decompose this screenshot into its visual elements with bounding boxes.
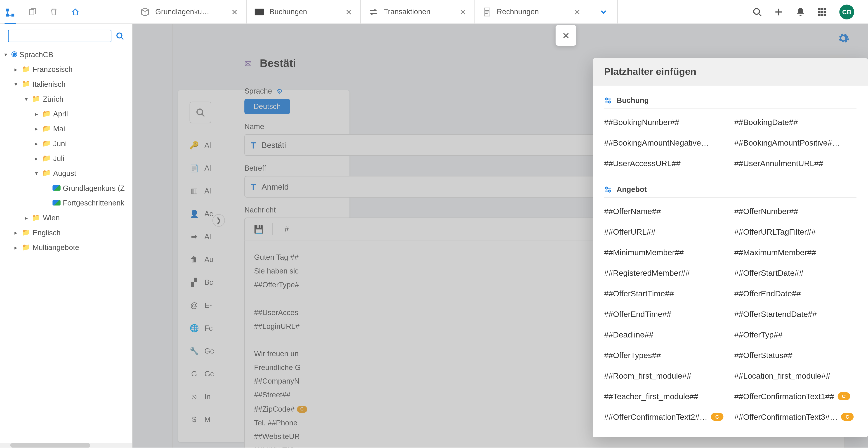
chevron-right-icon[interactable]: ▸ bbox=[33, 140, 40, 147]
search-icon[interactable] bbox=[752, 7, 762, 16]
course-icon bbox=[53, 185, 60, 191]
sidebar-scrollbar[interactable] bbox=[0, 443, 132, 448]
chevron-right-icon[interactable]: ▸ bbox=[33, 125, 40, 132]
placeholder-item[interactable]: ##UserAnnulmentURL## bbox=[734, 154, 857, 172]
home-icon[interactable] bbox=[70, 6, 81, 18]
tree-root[interactable]: ▾ SprachCB bbox=[2, 47, 129, 62]
folder-icon: 📁 bbox=[42, 109, 51, 118]
badge-icon: C bbox=[837, 392, 850, 400]
tree-label: Grundlagenkurs (Z bbox=[63, 184, 125, 192]
tab-buchungen[interactable]: Buchungen ✕ bbox=[247, 0, 361, 24]
placeholder-item[interactable]: ##Teacher_first_module## bbox=[604, 387, 726, 406]
placeholder-item[interactable]: ##OfferNumber## bbox=[734, 202, 857, 220]
chevron-right-icon[interactable]: ▸ bbox=[13, 66, 20, 72]
chevron-right-icon[interactable]: ▸ bbox=[33, 155, 40, 161]
tree-label: Englisch bbox=[33, 228, 61, 237]
placeholder-item[interactable]: ##Deadline## bbox=[604, 325, 726, 344]
folder-icon: 📁 bbox=[42, 139, 51, 147]
chevron-right-icon[interactable]: ▸ bbox=[33, 110, 40, 117]
close-icon[interactable]: ✕ bbox=[460, 7, 466, 16]
folder-icon: 📁 bbox=[22, 228, 30, 236]
trash-icon[interactable] bbox=[48, 6, 59, 18]
close-icon[interactable]: ✕ bbox=[231, 7, 238, 16]
folder-icon: 📁 bbox=[42, 125, 51, 132]
placeholder-item[interactable]: ##BookingDate## bbox=[734, 113, 857, 131]
tree-label: Französisch bbox=[33, 65, 72, 73]
course-icon bbox=[53, 200, 60, 205]
slider-icon bbox=[604, 96, 612, 104]
folder-icon: 📁 bbox=[32, 214, 40, 222]
tree-item-zurich[interactable]: ▾📁Zürich bbox=[2, 91, 129, 106]
placeholder-item[interactable]: ##BookingNumber## bbox=[604, 113, 726, 131]
tree-item-juni[interactable]: ▸📁Juni bbox=[2, 136, 129, 151]
tree-view-icon[interactable] bbox=[4, 0, 16, 24]
tab-transaktionen[interactable]: Transaktionen ✕ bbox=[361, 0, 475, 24]
placeholder-item[interactable]: ##OfferName## bbox=[604, 202, 726, 220]
chevron-right-icon[interactable]: ▸ bbox=[23, 215, 30, 221]
placeholder-item[interactable]: ##OfferStartDate## bbox=[734, 264, 857, 282]
chevron-down-icon[interactable]: ▾ bbox=[33, 170, 40, 176]
placeholder-item[interactable]: ##OfferConfirmationText1##C bbox=[734, 387, 857, 406]
placeholder-item[interactable]: ##MaximumMember## bbox=[734, 243, 857, 261]
tab-grundlagenkurs[interactable]: Grundlagenku… ✕ bbox=[132, 0, 247, 24]
tabs-overflow-button[interactable] bbox=[589, 0, 618, 24]
placeholder-item[interactable]: ##RegisteredMember## bbox=[604, 264, 726, 282]
svg-rect-13 bbox=[818, 13, 820, 15]
placeholder-item[interactable]: ##OfferURL## bbox=[604, 223, 726, 241]
placeholder-item[interactable]: ##OfferEndTime## bbox=[604, 305, 726, 323]
bell-icon[interactable] bbox=[796, 7, 805, 16]
chevron-down-icon[interactable]: ▾ bbox=[2, 51, 9, 57]
tree-item-italienisch[interactable]: ▾📁Italienisch bbox=[2, 76, 129, 91]
folder-icon: 📁 bbox=[22, 243, 30, 251]
placeholder-item[interactable]: ##Room_first_module## bbox=[604, 366, 726, 385]
placeholder-item[interactable]: ##UserAccessURL## bbox=[604, 154, 726, 172]
placeholder-item[interactable]: ##OfferURLTagFilter## bbox=[734, 223, 857, 241]
placeholder-item[interactable]: ##Location_first_module## bbox=[734, 366, 857, 385]
apps-icon[interactable] bbox=[817, 7, 827, 16]
radio-selected-icon bbox=[11, 51, 17, 57]
sidebar-tree: ▾ SprachCB ▸📁Französisch ▾📁Italienisch ▾… bbox=[0, 47, 132, 255]
folder-icon: 📁 bbox=[32, 95, 40, 103]
placeholder-item[interactable]: ##OfferStatus## bbox=[734, 346, 857, 364]
tree-item-fortgeschritten[interactable]: Fortgeschrittenenk bbox=[2, 195, 129, 210]
placeholder-item[interactable]: ##BookingAmountNegative… bbox=[604, 134, 726, 152]
folder-icon: 📁 bbox=[42, 154, 51, 162]
placeholder-item[interactable]: ##OfferConfirmationText2#…C bbox=[604, 408, 726, 426]
folder-icon: 📁 bbox=[42, 169, 51, 177]
svg-rect-14 bbox=[821, 13, 823, 15]
tree-item-multiangebote[interactable]: ▸📁Multiangebote bbox=[2, 240, 129, 255]
tree-item-august[interactable]: ▾📁August bbox=[2, 166, 129, 181]
tree-item-juli[interactable]: ▸📁Juli bbox=[2, 151, 129, 166]
tree-item-mai[interactable]: ▸📁Mai bbox=[2, 121, 129, 136]
modal-close-button[interactable]: ✕ bbox=[556, 25, 576, 46]
tree-item-englisch[interactable]: ▸📁Englisch bbox=[2, 225, 129, 240]
tree-label: April bbox=[53, 109, 68, 118]
tree-label: Mai bbox=[53, 124, 65, 133]
chevron-down-icon[interactable]: ▾ bbox=[13, 81, 20, 87]
chevron-right-icon[interactable]: ▸ bbox=[13, 244, 20, 251]
svg-rect-3 bbox=[29, 9, 34, 15]
sidebar-search-input[interactable] bbox=[8, 30, 111, 42]
tree-item-grundlagenkurs[interactable]: Grundlagenkurs (Z bbox=[2, 180, 129, 195]
plus-icon[interactable] bbox=[774, 7, 783, 16]
close-icon[interactable]: ✕ bbox=[345, 7, 352, 16]
chevron-right-icon[interactable]: ▸ bbox=[13, 229, 20, 235]
tree-item-april[interactable]: ▸📁April bbox=[2, 106, 129, 121]
tab-rechnungen[interactable]: Rechnungen ✕ bbox=[475, 0, 589, 24]
placeholder-item[interactable]: ##OfferStartendDate## bbox=[734, 305, 857, 323]
close-icon[interactable]: ✕ bbox=[574, 7, 581, 16]
placeholder-item[interactable]: ##OfferTyp## bbox=[734, 325, 857, 344]
avatar[interactable]: CB bbox=[839, 4, 854, 19]
chevron-down-icon[interactable]: ▾ bbox=[23, 96, 30, 102]
placeholder-item[interactable]: ##OfferConfirmationText3#…C bbox=[734, 408, 857, 426]
copy-icon[interactable] bbox=[26, 6, 38, 18]
tree-item-wien[interactable]: ▸📁Wien bbox=[2, 210, 129, 225]
placeholder-item[interactable]: ##OfferStartTime## bbox=[604, 284, 726, 303]
tree-item-franzosisch[interactable]: ▸📁Französisch bbox=[2, 62, 129, 76]
placeholder-item[interactable]: ##OfferEndDate## bbox=[734, 284, 857, 303]
placeholder-modal: Platzhalter einfügen Buchung ##BookingNu… bbox=[593, 58, 868, 437]
placeholder-item[interactable]: ##OfferTypes## bbox=[604, 346, 726, 364]
placeholder-item[interactable]: ##MinimumMember## bbox=[604, 243, 726, 261]
search-icon[interactable] bbox=[116, 32, 124, 40]
placeholder-item[interactable]: ##BookingAmountPositive#… bbox=[734, 134, 857, 152]
